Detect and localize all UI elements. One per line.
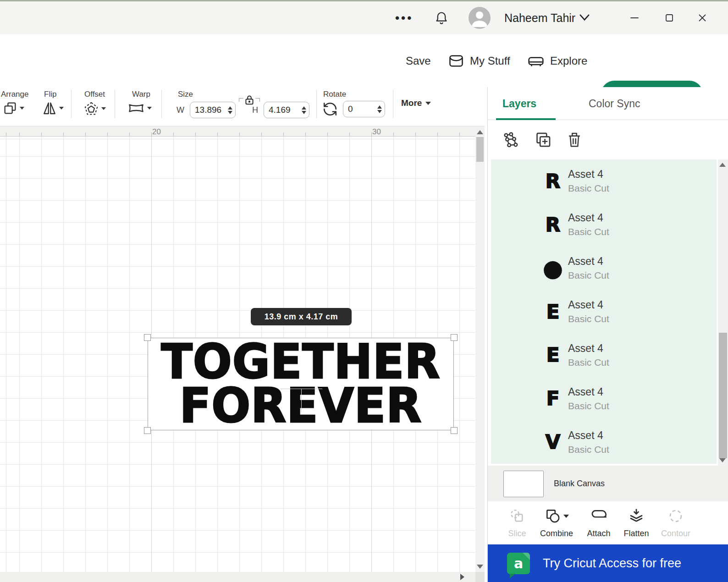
layers-panel: Layers Color Sync [487, 87, 728, 582]
canvas-horizontal-scrollbar[interactable] [0, 572, 475, 582]
more-button[interactable]: More [401, 98, 431, 108]
flip-button[interactable] [42, 101, 64, 115]
layer-subtitle: Basic Cut [568, 401, 609, 412]
overflow-menu-icon[interactable]: ••• [395, 1, 413, 34]
layer-list: R Asset 4Basic Cut R Asset 4Basic Cut ● … [491, 159, 717, 464]
scroll-right-arrow-icon[interactable] [460, 574, 464, 580]
layer-row[interactable]: R Asset 4Basic Cut [491, 159, 717, 203]
height-label: H [252, 105, 258, 115]
layer-title: Asset 4 [568, 429, 609, 442]
blank-canvas-thumbnail[interactable] [503, 471, 544, 497]
arrange-button[interactable] [3, 101, 24, 115]
vertical-scroll-thumb[interactable] [476, 137, 484, 162]
size-group: W [176, 102, 236, 118]
layer-tools-row: Slice Combine Attach [488, 501, 728, 544]
ruler-mark-20: 20 [152, 127, 161, 137]
app-window: ••• Naheem Tahir Save [0, 0, 728, 582]
width-input[interactable] [195, 105, 223, 115]
duplicate-icon[interactable] [534, 131, 552, 149]
explore-button[interactable]: Explore [527, 34, 587, 87]
warp-caret-icon [147, 107, 152, 110]
layer-row[interactable]: R Asset 4Basic Cut [491, 203, 717, 247]
layer-row[interactable]: ● Asset 4Basic Cut [491, 247, 717, 290]
scroll-down-arrow-icon[interactable] [719, 458, 726, 462]
selection-handle-bottom-right[interactable] [451, 427, 458, 434]
notifications-bell-icon[interactable] [434, 11, 449, 26]
layer-thumbnail: V [542, 431, 563, 453]
layer-thumbnail: R [542, 214, 563, 236]
window-minimize-button[interactable] [626, 10, 643, 26]
cricut-access-banner[interactable]: a Try Cricut Access for free [488, 544, 728, 582]
account-name[interactable]: Naheem Tahir [504, 1, 575, 34]
size-label: Size [178, 90, 193, 99]
offset-caret-icon [101, 107, 106, 110]
layer-actions [488, 120, 728, 159]
cricut-access-icon: a [507, 553, 530, 574]
rotate-input[interactable] [348, 104, 376, 114]
layer-subtitle: Basic Cut [568, 444, 609, 455]
width-stepper[interactable] [228, 106, 232, 114]
lock-connector [255, 98, 260, 102]
layer-subtitle: Basic Cut [568, 183, 609, 194]
height-group: H [252, 102, 309, 118]
toolbar-divider [161, 90, 162, 118]
arrange-caret-icon [20, 107, 24, 110]
layer-thumbnail: E [542, 301, 563, 323]
rotate-icon[interactable] [322, 101, 338, 117]
layer-title: Asset 4 [568, 168, 609, 181]
scroll-up-arrow-icon[interactable] [719, 163, 726, 167]
rotate-stepper[interactable] [377, 105, 382, 113]
combine-button[interactable]: Combine [534, 506, 579, 538]
scroll-down-arrow-icon[interactable] [477, 565, 483, 569]
delete-trash-icon[interactable] [566, 131, 583, 148]
height-field[interactable] [264, 102, 309, 118]
save-button[interactable]: Save [406, 34, 431, 87]
window-close-button[interactable] [694, 10, 711, 26]
layer-thumbnail: F [542, 387, 563, 410]
window-maximize-button[interactable] [661, 10, 678, 26]
design-canvas[interactable]: 20 30 13.9 cm x 4.17 cm TOGETHER FOREVER [0, 127, 485, 582]
panel-scroll-thumb[interactable] [719, 333, 727, 458]
flatten-button[interactable]: Flatten [613, 506, 659, 538]
rotate-field[interactable] [343, 101, 385, 117]
layer-thumbnail: R [542, 170, 563, 192]
layer-row[interactable]: V Asset 4Basic Cut [491, 420, 717, 464]
my-stuff-button[interactable]: My Stuff [448, 34, 510, 87]
layer-row[interactable]: F Asset 4Basic Cut [491, 377, 717, 420]
contour-icon [667, 506, 684, 526]
tab-layers[interactable]: Layers [502, 87, 536, 120]
scroll-up-arrow-icon[interactable] [477, 130, 483, 134]
layer-title: Asset 4 [568, 299, 609, 311]
selection-handle-top-right[interactable] [451, 334, 458, 341]
combine-caret-icon [563, 515, 569, 518]
selection-bounding-box[interactable]: TOGETHER FOREVER [148, 338, 454, 430]
explore-machine-icon [527, 53, 545, 69]
layer-row[interactable]: E Asset 4Basic Cut [491, 290, 717, 334]
text-line-2: FOREVER [180, 383, 422, 429]
cricut-access-text: Try Cricut Access for free [543, 556, 681, 571]
width-label: W [176, 105, 184, 115]
panel-tabs: Layers Color Sync [488, 87, 728, 120]
more-caret-icon [425, 102, 431, 105]
width-field[interactable] [190, 102, 236, 118]
offset-button[interactable] [83, 101, 106, 116]
canvas-vertical-scrollbar[interactable] [475, 127, 485, 572]
panel-vertical-scrollbar[interactable] [718, 159, 728, 466]
user-avatar[interactable] [469, 7, 491, 29]
text-object[interactable]: TOGETHER FOREVER [148, 338, 453, 430]
toolbar-divider [393, 90, 393, 118]
layer-subtitle: Basic Cut [568, 357, 609, 368]
group-icon[interactable] [502, 131, 520, 149]
layer-title: Asset 4 [568, 212, 609, 224]
height-stepper[interactable] [302, 106, 306, 114]
warp-button[interactable] [127, 101, 152, 115]
slice-icon [509, 506, 525, 526]
height-input[interactable] [269, 105, 297, 115]
horizontal-ruler: 20 30 [0, 127, 475, 137]
flip-label: Flip [44, 90, 56, 99]
selection-handle-bottom-left[interactable] [144, 427, 151, 434]
tab-color-sync[interactable]: Color Sync [589, 87, 640, 120]
account-chevron-down-icon[interactable] [579, 12, 590, 22]
selection-handle-top-left[interactable] [144, 334, 151, 341]
layer-row[interactable]: E Asset 4Basic Cut [491, 333, 717, 377]
